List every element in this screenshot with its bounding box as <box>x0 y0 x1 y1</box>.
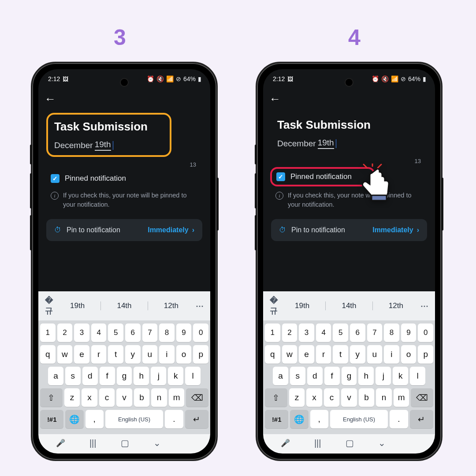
key-o[interactable]: o <box>401 345 416 364</box>
key-8[interactable]: 8 <box>159 324 175 342</box>
back-arrow-icon[interactable]: ← <box>45 92 56 106</box>
comma-key[interactable]: , <box>86 410 104 428</box>
suggestion-1[interactable]: 19th <box>279 301 325 310</box>
key-e[interactable]: e <box>74 345 89 364</box>
key-t[interactable]: t <box>333 345 348 364</box>
comma-key[interactable]: , <box>310 410 328 428</box>
key-7[interactable]: 7 <box>367 324 383 342</box>
key-n[interactable]: n <box>151 388 167 407</box>
key-h[interactable]: h <box>358 367 374 385</box>
key-9[interactable]: 9 <box>176 324 192 342</box>
backspace-key-icon[interactable]: ⌫ <box>411 388 433 407</box>
symbols-key[interactable]: !#1 <box>40 410 63 428</box>
key-s[interactable]: s <box>65 367 81 385</box>
key-y[interactable]: y <box>350 345 365 364</box>
key-2[interactable]: 2 <box>282 324 298 342</box>
keyboard-hide-icon[interactable]: ⌄ <box>378 438 386 448</box>
key-c[interactable]: c <box>324 388 340 407</box>
key-8[interactable]: 8 <box>384 324 399 342</box>
key-d[interactable]: d <box>82 367 98 385</box>
keyboard-clipboard-icon[interactable]: �규 <box>268 296 279 316</box>
key-z[interactable]: z <box>64 388 80 407</box>
key-6[interactable]: 6 <box>125 324 141 342</box>
home-nav-icon[interactable]: ▢ <box>121 438 129 448</box>
note-body-input[interactable]: December 19th <box>277 138 421 149</box>
note-title-input[interactable]: Task Submission <box>54 120 164 134</box>
key-h[interactable]: h <box>134 367 149 385</box>
key-i[interactable]: i <box>384 345 399 364</box>
key-a[interactable]: a <box>273 367 288 385</box>
symbols-key[interactable]: !#1 <box>265 410 288 428</box>
back-arrow-icon[interactable]: ← <box>269 92 281 106</box>
key-3[interactable]: 3 <box>299 324 314 342</box>
key-v[interactable]: v <box>116 388 132 407</box>
keyboard-clipboard-icon[interactable]: �규 <box>44 296 54 316</box>
key-b[interactable]: b <box>134 388 150 407</box>
space-key[interactable]: English (US) <box>330 410 388 428</box>
note-body-input[interactable]: December 19th <box>54 140 164 151</box>
key-1[interactable]: 1 <box>40 324 56 342</box>
key-i[interactable]: i <box>159 345 175 364</box>
key-4[interactable]: 4 <box>316 324 331 342</box>
key-j[interactable]: j <box>151 367 166 385</box>
key-r[interactable]: r <box>316 345 331 364</box>
enter-key-icon[interactable]: ↵ <box>410 410 433 428</box>
pinned-notification-row[interactable]: ✓ Pinned notification <box>46 171 202 186</box>
space-key[interactable]: English (US) <box>105 410 164 428</box>
key-x[interactable]: x <box>306 388 322 407</box>
key-3[interactable]: 3 <box>74 324 89 342</box>
period-key[interactable]: . <box>390 410 408 428</box>
key-n[interactable]: n <box>376 388 392 407</box>
suggestion-more-icon[interactable]: ⋯ <box>419 301 430 311</box>
key-l[interactable]: l <box>185 367 201 385</box>
shift-key-icon[interactable]: ⇧ <box>40 388 63 407</box>
key-q[interactable]: q <box>40 345 56 364</box>
key-j[interactable]: j <box>376 367 391 385</box>
key-2[interactable]: 2 <box>57 324 73 342</box>
key-g[interactable]: g <box>117 367 132 385</box>
key-k[interactable]: k <box>168 367 183 385</box>
key-f[interactable]: f <box>100 367 115 385</box>
home-nav-icon[interactable]: ▢ <box>346 438 354 448</box>
key-p[interactable]: p <box>193 345 208 364</box>
key-x[interactable]: x <box>82 388 97 407</box>
suggestion-2[interactable]: 14th <box>101 301 147 310</box>
key-0[interactable]: 0 <box>193 324 208 342</box>
key-s[interactable]: s <box>290 367 305 385</box>
key-y[interactable]: y <box>125 345 141 364</box>
enter-key-icon[interactable]: ↵ <box>185 410 208 428</box>
key-w[interactable]: w <box>282 345 298 364</box>
key-m[interactable]: m <box>169 388 185 407</box>
key-a[interactable]: a <box>48 367 63 385</box>
pin-schedule-row[interactable]: ⏱ Pin to notification Immediately › <box>46 219 202 241</box>
shift-key-icon[interactable]: ⇧ <box>265 388 287 407</box>
key-5[interactable]: 5 <box>333 324 348 342</box>
key-0[interactable]: 0 <box>418 324 433 342</box>
key-p[interactable]: p <box>418 345 433 364</box>
suggestion-more-icon[interactable]: ⋯ <box>194 301 205 311</box>
mic-icon[interactable]: 🎤 <box>56 439 65 448</box>
highlight-pinned-row[interactable]: ✓ Pinned notification <box>270 167 375 186</box>
key-1[interactable]: 1 <box>265 324 280 342</box>
recents-nav-icon[interactable]: ||| <box>314 438 321 448</box>
keyboard-hide-icon[interactable]: ⌄ <box>153 438 161 448</box>
key-4[interactable]: 4 <box>91 324 107 342</box>
key-l[interactable]: l <box>410 367 425 385</box>
recents-nav-icon[interactable]: ||| <box>89 438 97 448</box>
globe-key-icon[interactable]: 🌐 <box>290 410 308 428</box>
key-q[interactable]: q <box>265 345 280 364</box>
key-z[interactable]: z <box>289 388 305 407</box>
suggestion-2[interactable]: 14th <box>326 301 372 310</box>
key-o[interactable]: o <box>176 345 192 364</box>
key-c[interactable]: c <box>99 388 115 407</box>
key-v[interactable]: v <box>341 388 357 407</box>
suggestion-3[interactable]: 12th <box>148 301 194 310</box>
backspace-key-icon[interactable]: ⌫ <box>186 388 208 407</box>
key-t[interactable]: t <box>108 345 123 364</box>
key-5[interactable]: 5 <box>108 324 123 342</box>
key-g[interactable]: g <box>342 367 357 385</box>
key-e[interactable]: e <box>299 345 314 364</box>
key-9[interactable]: 9 <box>401 324 416 342</box>
key-m[interactable]: m <box>394 388 409 407</box>
key-u[interactable]: u <box>367 345 383 364</box>
